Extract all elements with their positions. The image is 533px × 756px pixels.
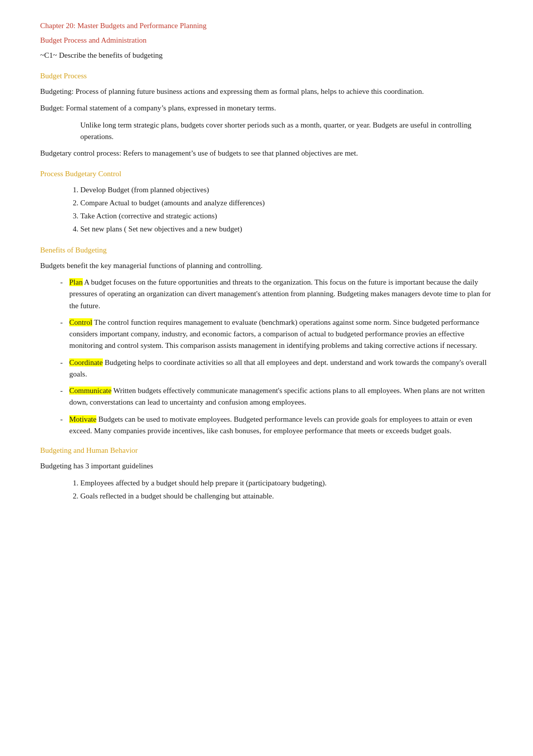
budgeting-definition: Budgeting: Process of planning future bu… — [40, 86, 493, 97]
human-behavior-heading: Budgeting and Human Behavior — [40, 445, 493, 456]
process-item-4: Set new plans ( Set new objectives and a… — [80, 223, 493, 235]
benefit-control: Control The control function requires ma… — [60, 317, 493, 352]
benefit-coordinate: Coordinate Budgeting helps to coordinate… — [60, 357, 493, 381]
benefits-intro: Budgets benefit the key managerial funct… — [40, 260, 493, 272]
benefits-list: Plan A budget focuses on the future oppo… — [60, 277, 493, 437]
benefit-communicate: Communicate Written budgets effectively … — [60, 385, 493, 409]
budgetary-control-definition: Budgetary control process: Refers to man… — [40, 148, 493, 159]
process-budgetary-control-heading: Process Budgetary Control — [40, 168, 493, 180]
indented-note: Unlike long term strategic plans, budget… — [80, 119, 493, 143]
coordinate-text: Budgeting helps to coordinate activities… — [69, 358, 487, 378]
c1-line: ~C1~ Describe the benefits of budgeting — [40, 50, 493, 61]
budget-process-subheading: Budget Process — [40, 70, 493, 82]
control-keyword: Control — [69, 318, 92, 326]
plan-text: A budget focuses on the future opportuni… — [69, 278, 491, 310]
motivate-text: Budgets can be used to motivate employee… — [69, 415, 472, 435]
coordinate-keyword: Coordinate — [69, 358, 103, 366]
control-text: The control function requires management… — [69, 318, 479, 350]
section-heading: Budget Process and Administration — [40, 35, 493, 46]
motivate-keyword: Motivate — [69, 415, 96, 423]
human-behavior-item-1: Employees affected by a budget should he… — [80, 477, 493, 489]
plan-keyword: Plan — [69, 278, 83, 286]
communicate-keyword: Communicate — [69, 387, 111, 395]
benefit-plan: Plan A budget focuses on the future oppo… — [60, 277, 493, 312]
benefit-motivate: Motivate Budgets can be used to motivate… — [60, 414, 493, 437]
process-list: Develop Budget (from planned objectives)… — [80, 184, 493, 235]
process-item-3: Take Action (corrective and strategic ac… — [80, 210, 493, 222]
benefits-of-budgeting-heading: Benefits of Budgeting — [40, 244, 493, 256]
budget-definition: Budget: Formal statement of a company’s … — [40, 102, 493, 114]
human-behavior-intro: Budgeting has 3 important guidelines — [40, 460, 493, 472]
process-item-2: Compare Actual to budget (amounts and an… — [80, 197, 493, 209]
human-behavior-list: Employees affected by a budget should he… — [80, 477, 493, 502]
chapter-title: Chapter 20: Master Budgets and Performan… — [40, 20, 493, 32]
communicate-text: Written budgets effectively communicate … — [69, 387, 485, 406]
process-item-1: Develop Budget (from planned objectives) — [80, 184, 493, 196]
human-behavior-item-2: Goals reflected in a budget should be ch… — [80, 490, 493, 502]
